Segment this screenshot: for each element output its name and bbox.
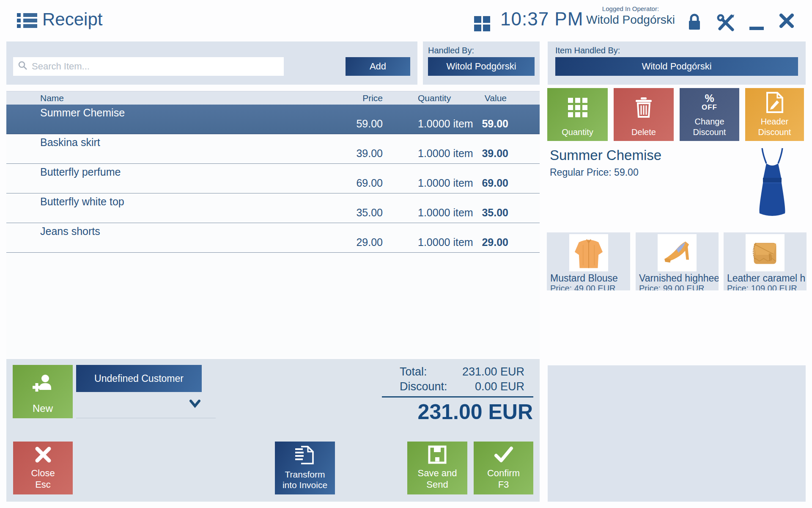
operator-block: Logged In Operator: Witold Podgórski [580, 5, 681, 27]
quantity-button[interactable]: Quantity [547, 88, 608, 141]
search-input[interactable] [32, 61, 284, 72]
discount-value: 0.00 EUR [438, 380, 524, 393]
percent-off-icon: % OFF [702, 88, 717, 116]
product-image-heel [658, 234, 697, 271]
table-header: Name Price Quantity Value [6, 91, 540, 105]
divider [76, 418, 216, 418]
product-image-bag [746, 234, 785, 271]
table-row[interactable]: Summer Chemise 59.00 1.0000 item 59.00 [6, 105, 540, 134]
grid-icon [568, 88, 587, 127]
delete-button[interactable]: Delete [614, 88, 674, 141]
check-icon [494, 442, 513, 468]
totals-rule [382, 396, 533, 398]
receipt-screen: Receipt 10:37 PM Logged In Operator: Wit… [0, 0, 812, 508]
col-name: Name [40, 93, 64, 103]
trash-icon [634, 88, 653, 127]
col-price: Price [362, 93, 383, 103]
lock-icon[interactable] [688, 14, 701, 32]
grand-total: 231.00 EUR [398, 400, 533, 424]
save-and-send-button[interactable]: Save and Send [407, 442, 467, 494]
table-row[interactable]: Butterfly white top 35.00 1.0000 item 35… [6, 193, 540, 223]
x-icon [35, 442, 52, 468]
close-icon[interactable] [779, 14, 794, 30]
item-detail-name: Summer Chemise [550, 147, 661, 163]
apps-grid-icon[interactable] [474, 16, 490, 33]
transform-invoice-button[interactable]: Transform into Invoice [275, 442, 335, 494]
handled-by-panel: Handled By: Witold Podgórski [423, 41, 540, 85]
header-discount-button[interactable]: Header Discount [745, 88, 804, 141]
document-edit-icon [765, 88, 784, 116]
transform-document-icon [294, 442, 315, 469]
add-person-icon [33, 365, 53, 402]
close-receipt-button[interactable]: Close Esc [13, 442, 73, 494]
table-row[interactable]: Baskina skirt 39.00 1.0000 item 39.00 [6, 134, 540, 164]
receipt-table: Name Price Quantity Value Summer Chemise… [6, 91, 540, 358]
search-icon [18, 61, 27, 72]
tools-icon[interactable] [716, 14, 735, 33]
handled-by-button[interactable]: Witold Podgórski [428, 57, 535, 76]
save-icon [428, 442, 447, 468]
side-empty-panel [548, 365, 806, 502]
menu-icon[interactable] [17, 12, 37, 31]
new-customer-button[interactable]: New [13, 365, 73, 418]
item-detail-price: Regular Price: 59.00 [550, 167, 639, 178]
item-handled-by-panel: Item Handled By: Witold Podgórski [548, 41, 806, 85]
product-image-blouse [569, 234, 608, 271]
table-row[interactable]: Jeans shorts 29.00 1.0000 item 29.00 [6, 223, 540, 253]
item-handled-by-label: Item Handled By: [555, 46, 620, 55]
total-value: 231.00 EUR [438, 365, 524, 378]
col-value: Value [485, 93, 507, 103]
chevron-down-icon[interactable] [189, 400, 200, 410]
operator-name: Witold Podgórski [580, 13, 681, 27]
logged-in-label: Logged In Operator: [580, 5, 681, 12]
total-label: Total: [400, 365, 427, 378]
receipt-footer-panel: New Undefined Customer Total: 231.00 EUR… [6, 359, 540, 502]
page-title: Receipt [42, 9, 102, 30]
item-image-dress [753, 147, 792, 220]
clock: 10:37 PM [500, 8, 583, 30]
add-button[interactable]: Add [346, 57, 410, 76]
suggestion-card[interactable]: Leather caramel h Price: 109.00 EUR [724, 232, 807, 290]
change-discount-button[interactable]: % OFF Change Discount [680, 88, 739, 141]
confirm-button[interactable]: Confirm F3 [474, 442, 533, 494]
search-box [13, 57, 284, 76]
table-row[interactable]: Butterfly perfume 69.00 1.0000 item 69.0… [6, 164, 540, 193]
suggestion-card[interactable]: Varnished highhee Price: 99.00 EUR [636, 232, 719, 290]
minimize-icon[interactable] [749, 25, 764, 32]
handled-by-label: Handled By: [428, 46, 474, 55]
item-handled-by-button[interactable]: Witold Podgórski [555, 57, 798, 76]
suggestion-card[interactable]: Mustard Blouse Price: 49.00 EUR [547, 232, 630, 290]
col-quantity: Quantity [418, 93, 451, 103]
search-panel: Add [6, 41, 417, 85]
customer-select-button[interactable]: Undefined Customer [76, 365, 202, 392]
